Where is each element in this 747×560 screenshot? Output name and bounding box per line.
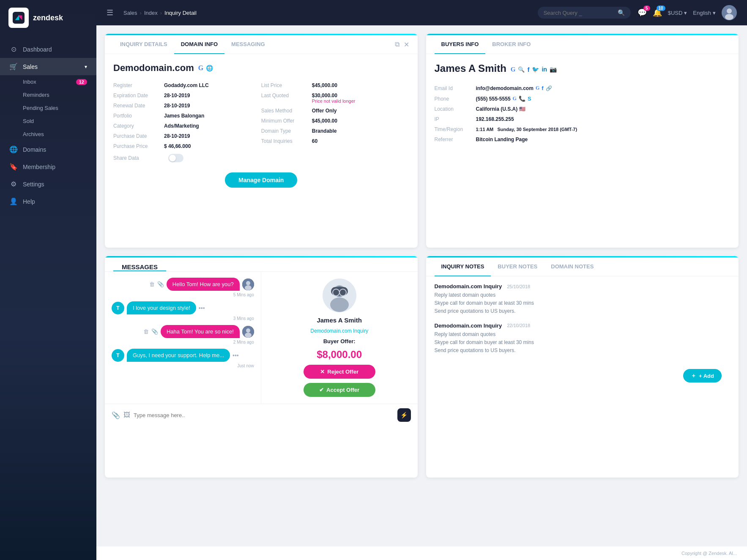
buyer-email-row: Email Id info@demodomain.com G f 🔗 (435, 83, 731, 93)
add-note-button[interactable]: ＋ + Add (683, 369, 722, 382)
share-data-toggle[interactable] (168, 154, 183, 162)
tab-broker-info[interactable]: BROKER INFO (485, 35, 537, 54)
delete-icon[interactable]: 🗑 (143, 328, 149, 335)
phone-call-icon[interactable]: 📞 (519, 96, 525, 102)
tab-inquiry-details[interactable]: INQUIRY DETAILS (113, 35, 174, 54)
sidebar-item-domains[interactable]: 🌐 Domains (0, 141, 96, 158)
accept-offer-button[interactable]: ✔ Accept Offer (304, 383, 375, 397)
sold-label: Sold (23, 118, 34, 124)
breadcrumb: Sales › Index › Inquiry Detail (123, 10, 197, 16)
google-icon[interactable]: G (198, 64, 203, 72)
globe-icon[interactable]: 🌐 (206, 65, 213, 71)
msg-options-2[interactable]: ••• (199, 305, 205, 311)
sidebar-item-dashboard[interactable]: ⊙ Dashboard (0, 41, 96, 58)
buyer-panel-name: James A Smith (317, 317, 361, 324)
breadcrumb-index[interactable]: Index (144, 10, 158, 16)
attach-icon[interactable]: 📎 (151, 328, 158, 335)
buyers-info-body: James A Smith G 🔍 f 🐦 in 📷 Email Id (426, 54, 739, 153)
chat-panel: 🗑 📎 Hello Tom! How are you? 5 Mins ago (105, 272, 261, 404)
user-avatar[interactable] (722, 5, 737, 20)
reject-offer-button[interactable]: ✕ Reject Offer (304, 365, 375, 379)
send-message-button[interactable]: ⚡ (397, 408, 411, 422)
sidebar-item-sales[interactable]: 🛒 Sales ▾ (0, 58, 96, 75)
reminders-label: Reminders (23, 92, 49, 98)
send-icon: ⚡ (400, 412, 408, 418)
topbar-icons: 💬 5 🔔 10 $USD ▾ English ▾ (638, 5, 737, 20)
sidebar-item-pending[interactable]: Pending Sales (23, 101, 96, 115)
buyer-google2-icon[interactable]: 🔍 (518, 66, 525, 73)
buyer-twitter-icon[interactable]: 🐦 (532, 66, 539, 73)
domain-title-row: Demodomain.com G 🌐 (113, 63, 409, 74)
domains-icon: 🌐 (9, 145, 18, 153)
field-purchase-price: Purchase Price $ 46,66.000 (113, 141, 261, 151)
domain-info-card: INQUIRY DETAILS DOMAIN INFO MESSAGING ⧉ … (105, 34, 418, 248)
attach-file-icon[interactable]: 📎 (112, 411, 120, 419)
msg-bubble-4: Guys, I need your support. Help me... (127, 349, 230, 362)
archives-label: Archives (23, 131, 44, 137)
price-invalid-note: Price not valid longer (312, 98, 356, 104)
bell-notification-btn[interactable]: 🔔 10 (653, 8, 662, 17)
sidebar-item-label: Dashboard (23, 46, 52, 53)
delete-icon[interactable]: 🗑 (149, 281, 155, 287)
buyer-linkedin-icon[interactable]: in (542, 66, 547, 73)
buyer-google-icon[interactable]: G (511, 66, 516, 73)
message-input[interactable] (134, 412, 394, 418)
email-link-icon[interactable]: 🔗 (546, 85, 552, 91)
buyer-fields: Email Id info@demodomain.com G f 🔗 Phone… (435, 83, 731, 145)
domain-name: Demodomain.com (113, 63, 194, 74)
plus-icon: ＋ (691, 372, 696, 380)
chat-message-3: 🗑 📎 Haha Tom! You are so nice! 2 Mins ag… (112, 325, 254, 344)
msg-options-4[interactable]: ••• (233, 352, 239, 359)
field-share-data: Share Data (113, 151, 261, 165)
tab-inquiry-notes[interactable]: INQUIRY NOTES (435, 257, 491, 276)
phone-google-icon[interactable]: G (513, 96, 517, 102)
sidebar-item-label: Sales (23, 63, 38, 70)
email-google-icon[interactable]: G (536, 85, 539, 91)
close-icon[interactable]: ✕ (404, 41, 409, 49)
sidebar-item-inbox[interactable]: Inbox 12 (23, 75, 96, 88)
field-category: Category Ads/Marketing (113, 121, 261, 131)
bell-badge: 10 (657, 5, 665, 11)
search-input[interactable] (544, 10, 614, 16)
membership-icon: 🔖 (9, 163, 18, 171)
email-facebook-icon[interactable]: f (542, 85, 543, 91)
domain-info-left: Register Godaddy.com LLC Expiration Date… (113, 80, 261, 165)
tab-domain-info[interactable]: DOMAIN INFO (174, 35, 224, 54)
currency-selector[interactable]: $USD ▾ (668, 10, 687, 16)
hamburger-icon[interactable]: ☰ (107, 8, 113, 17)
tab-messaging[interactable]: MESSAGING (224, 35, 271, 54)
tab-buyers-info[interactable]: BUYERS INFO (435, 35, 486, 54)
breadcrumb-sales[interactable]: Sales (123, 10, 137, 16)
tab-buyer-notes[interactable]: BUYER NOTES (491, 257, 544, 276)
search-icon[interactable]: 🔍 (618, 9, 625, 16)
message-input-row: 📎 🖼 ⚡ (105, 404, 418, 426)
sidebar-item-reminders[interactable]: Reminders (23, 88, 96, 101)
buyer-instagram-icon[interactable]: 📷 (550, 66, 557, 73)
search-box: 🔍 (538, 7, 631, 19)
sidebar-item-archives[interactable]: Archives (23, 128, 96, 141)
breadcrumb-current: Inquiry Detail (164, 10, 197, 16)
sidebar-item-membership[interactable]: 🔖 Membership (0, 158, 96, 175)
chat-notification-btn[interactable]: 💬 5 (638, 8, 647, 17)
manage-domain-button[interactable]: Manage Domain (225, 172, 297, 188)
sidebar-item-label: Help (23, 198, 35, 205)
buyers-info-header: BUYERS INFO BROKER INFO (426, 35, 739, 54)
sidebar-item-help[interactable]: 👤 Help (0, 193, 96, 210)
field-expiration: Expiration Date 28-10-2019 (113, 90, 261, 101)
copy-icon[interactable]: ⧉ (395, 41, 399, 49)
buyer-facebook-icon[interactable]: f (527, 66, 529, 73)
field-domain-type: Domain Type Brandable (261, 126, 409, 136)
attach-icon[interactable]: 📎 (157, 281, 164, 287)
tab-domain-notes[interactable]: DOMAIN NOTES (544, 257, 600, 276)
image-icon[interactable]: 🖼 (123, 411, 130, 419)
note-text-1: Reply latest domain quotes Skype call fo… (435, 291, 731, 316)
buyer-panel-inquiry-link[interactable]: Demodomain.com Inquiry (310, 328, 368, 334)
domain-info-body: Demodomain.com G 🌐 Register Godaddy.com … (105, 54, 418, 196)
sidebar-item-settings[interactable]: ⚙ Settings (0, 175, 96, 193)
sales-sub-nav: Inbox 12 Reminders Pending Sales Sold Ar… (0, 75, 96, 141)
messages-body: 🗑 📎 Hello Tom! How are you? 5 Mins ago (105, 272, 418, 404)
field-total-inquiries: Total Inquiries 60 (261, 136, 409, 146)
language-selector[interactable]: English ▾ (693, 10, 716, 16)
phone-skype-icon[interactable]: S (528, 96, 531, 102)
sidebar-item-sold[interactable]: Sold (23, 115, 96, 128)
